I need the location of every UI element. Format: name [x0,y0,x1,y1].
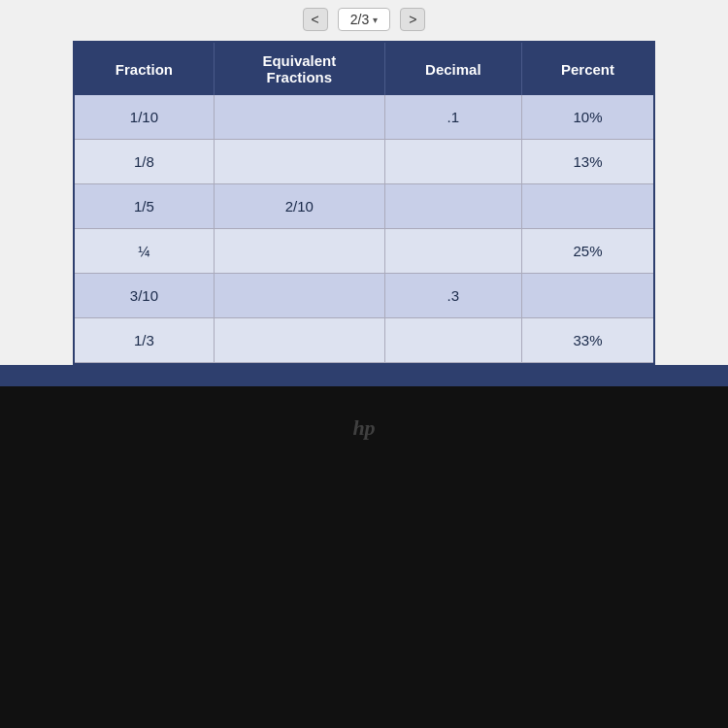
cell-decimal: .3 [384,274,521,318]
dark-bottom-section: hp [0,386,728,728]
next-button[interactable]: > [400,8,425,31]
table-row: 1/333% [75,318,653,363]
prev-button[interactable]: < [303,8,328,31]
cell-decimal [384,229,521,274]
cell-fraction: 1/8 [75,140,214,184]
screen-area: < 2/3 ▾ > Fraction EquivalentFractions D… [0,0,728,386]
cell-equivalent [214,318,384,363]
fractions-table-container: Fraction EquivalentFractions Decimal Per… [73,41,655,365]
page-number: 2/3 [350,12,369,27]
header-equivalent: EquivalentFractions [214,43,384,95]
cell-equivalent [214,140,384,184]
cell-decimal: .1 [384,95,521,140]
cell-percent: 10% [521,95,653,140]
cell-equivalent [214,229,384,274]
cell-fraction: 1/10 [75,95,214,140]
header-percent: Percent [521,43,653,95]
nav-bar: < 2/3 ▾ > [0,0,728,41]
cell-equivalent [214,95,384,140]
dropdown-arrow: ▾ [373,15,378,25]
table-row: 1/813% [75,140,653,184]
cell-decimal [384,318,521,363]
cell-decimal [384,184,521,229]
table-header-row: Fraction EquivalentFractions Decimal Per… [75,43,653,95]
cell-fraction: ¼ [75,229,214,274]
cell-percent [521,274,653,318]
hp-logo: hp [352,415,375,441]
cell-percent [521,184,653,229]
cell-percent: 33% [521,318,653,363]
cell-fraction: 3/10 [75,274,214,318]
cell-decimal [384,140,521,184]
header-decimal: Decimal [384,43,521,95]
cell-fraction: 1/5 [75,184,214,229]
cell-equivalent [214,274,384,318]
table-row: ¼25% [75,229,653,274]
cell-percent: 13% [521,140,653,184]
table-row: 1/52/10 [75,184,653,229]
cell-fraction: 1/3 [75,318,214,363]
table-row: 3/10.3 [75,274,653,318]
fractions-table: Fraction EquivalentFractions Decimal Per… [75,43,653,363]
table-row: 1/10.110% [75,95,653,140]
blue-divider-bar [0,365,728,386]
header-fraction: Fraction [75,43,214,95]
page-indicator[interactable]: 2/3 ▾ [338,8,390,31]
cell-percent: 25% [521,229,653,274]
cell-equivalent: 2/10 [214,184,384,229]
